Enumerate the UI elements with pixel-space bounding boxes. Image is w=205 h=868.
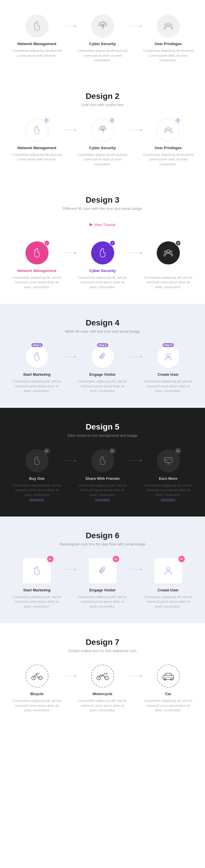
arrow-head bbox=[140, 459, 142, 462]
arrow-head bbox=[140, 25, 142, 27]
pointer-icon-gray bbox=[32, 456, 42, 466]
design3-section: Design 3 Different fill color with line … bbox=[0, 181, 205, 304]
arrow-line bbox=[129, 26, 140, 26]
user-icon bbox=[164, 352, 173, 361]
arrow-line bbox=[63, 460, 75, 461]
step-arrow bbox=[129, 449, 142, 462]
step-arrow bbox=[129, 664, 142, 678]
arrow-head bbox=[75, 355, 77, 358]
step-name: Engage Visitor bbox=[89, 588, 116, 592]
icon-circle: Step 2 bbox=[91, 345, 114, 368]
step-desc: Consectetur adipiscing elit, sed do eius… bbox=[11, 379, 63, 393]
step-desc: Consectetur adipiscing elit eiusmod Lore… bbox=[77, 48, 129, 63]
paperclip-icon-purple bbox=[98, 566, 108, 576]
design6-section: Design 6 Rectangular icon box for step f… bbox=[0, 517, 205, 623]
step-badge: 03 bbox=[178, 556, 185, 562]
step-item: Cyber Security Consectetur adipiscing el… bbox=[77, 14, 129, 63]
step-name: User Privileges bbox=[155, 146, 182, 150]
step-item: Motorcycle Consectetur adipiscing elit, … bbox=[77, 664, 129, 713]
step-badge: Step 3 bbox=[163, 343, 174, 347]
step-item: 02 Engage Visitor Consectetur adipiscing… bbox=[77, 558, 129, 609]
design3-subtitle: Different fill color with line icon and … bbox=[6, 206, 199, 211]
icon-circle-dark: 01 bbox=[25, 449, 49, 472]
tutorial-label: View Tutorial bbox=[94, 223, 115, 227]
step-badge: 03 bbox=[175, 448, 181, 454]
design6-steps-row: 01 Start Marketing Consectetur adipiscin… bbox=[6, 558, 199, 609]
step-desc: Consectetur adipiscing elit, sed do eius… bbox=[142, 275, 194, 290]
icon-rect: 01 bbox=[23, 558, 52, 584]
pointer-icon-gray2 bbox=[98, 456, 108, 466]
svg-point-6 bbox=[165, 128, 167, 130]
step-desc: Consectetur adipiscing elit eiusmod Lore… bbox=[11, 48, 63, 58]
step-arrow bbox=[63, 558, 77, 571]
arrow-head bbox=[75, 459, 77, 462]
step-item: 01 Buy One Consectetur adipiscing elit, … bbox=[11, 449, 63, 502]
arrow-line bbox=[129, 460, 140, 461]
icon-circle-dark: 03 bbox=[157, 449, 180, 472]
svg-point-2 bbox=[164, 24, 166, 26]
step-desc: Consectetur adipiscing elit, sed do eius… bbox=[142, 595, 194, 609]
arrow-head bbox=[140, 675, 142, 678]
step-item: Network Management Consectetur adipiscin… bbox=[11, 14, 63, 58]
step-name: Cyber Security bbox=[89, 269, 116, 273]
icon-circle: 2 bbox=[91, 119, 114, 142]
step-name: Network Management bbox=[17, 42, 56, 46]
step-item: User Privileges Consectetur adipiscing e… bbox=[142, 14, 194, 63]
step-item: 1 Network Management Consectetur adipisc… bbox=[11, 241, 63, 290]
motorcycle-icon bbox=[96, 671, 109, 681]
design4-title: Design 4 bbox=[6, 318, 199, 328]
step-name: Create User bbox=[157, 588, 179, 592]
design7-section: Design 7 Dotted outline box for font awe… bbox=[0, 623, 205, 727]
pointer-icon-purple bbox=[32, 566, 42, 576]
arrow-line bbox=[63, 253, 75, 253]
step-badge: 02 bbox=[113, 556, 119, 562]
step-badge: Step 2 bbox=[97, 343, 108, 347]
step-name: Earn More bbox=[159, 476, 178, 481]
step-desc-link: consectetur bbox=[29, 498, 45, 501]
arrow-head bbox=[140, 568, 142, 571]
arrow-line bbox=[63, 569, 75, 569]
step-item: 1 Network Management Consectetur adipisc… bbox=[11, 119, 63, 162]
view-tutorial-link[interactable]: View Tutorial bbox=[90, 223, 115, 227]
step-arrow bbox=[129, 345, 142, 358]
design7-subtitle: Dotted outline box for font awesome icon bbox=[6, 649, 199, 653]
car-icon bbox=[162, 671, 175, 681]
step-name: Car bbox=[165, 692, 172, 696]
step-name: Cyber Security bbox=[89, 146, 116, 150]
user-icon-purple bbox=[164, 566, 173, 576]
step-arrow bbox=[129, 558, 142, 571]
step-desc: Consectetur adipiscing elit, sed do eius… bbox=[77, 379, 129, 393]
step-desc: Consectetur adipiscing elit, sed do eius… bbox=[77, 275, 129, 290]
pointer-icon bbox=[32, 21, 42, 31]
arrow-line bbox=[129, 676, 140, 676]
step-desc: Consectetur adipiscing elit, sed do eius… bbox=[11, 595, 63, 609]
pointer-icon-white2 bbox=[97, 248, 108, 258]
step-arrow bbox=[63, 241, 77, 254]
icon-circle-dark: 3 bbox=[157, 241, 180, 265]
icon-rect: 02 bbox=[88, 558, 117, 584]
icon-circle: Step 1 bbox=[25, 345, 49, 368]
svg-point-11 bbox=[167, 353, 170, 357]
icon-circle: Step 3 bbox=[157, 345, 180, 368]
step-name: Network Management bbox=[17, 269, 56, 273]
step-desc: Consectetur adipiscing elit, sed do eius… bbox=[77, 595, 129, 609]
svg-point-8 bbox=[167, 250, 170, 253]
step-desc: Consectetur adipiscing elit, sed do eius… bbox=[11, 483, 63, 502]
step-arrow bbox=[63, 664, 77, 678]
tutorial-link-wrapper[interactable]: View Tutorial bbox=[6, 222, 199, 236]
icon-circle-purple: 2 bbox=[91, 241, 114, 265]
step-name: Cyber Security bbox=[89, 42, 116, 46]
icon-circle-dotted bbox=[25, 664, 49, 688]
svg-point-10 bbox=[170, 251, 172, 253]
design5-subtitle: Dark mood of icon background and badge bbox=[6, 433, 199, 438]
step-item: 2 Cyber Security Consectetur adipiscing … bbox=[77, 241, 129, 290]
fingerprint-icon bbox=[98, 125, 107, 135]
step-item: 03 Create User Consectetur adipiscing el… bbox=[142, 558, 194, 609]
icon-circle-dotted bbox=[157, 664, 180, 688]
step-name: Start Marketing bbox=[23, 372, 51, 377]
step-name: Start Marketing bbox=[23, 588, 51, 592]
arrow-line bbox=[63, 130, 75, 130]
step-arrow bbox=[129, 119, 142, 131]
step-badge: 1 bbox=[44, 240, 50, 246]
step-desc: Consectetur adipiscing elit, sed do eius… bbox=[77, 698, 129, 713]
